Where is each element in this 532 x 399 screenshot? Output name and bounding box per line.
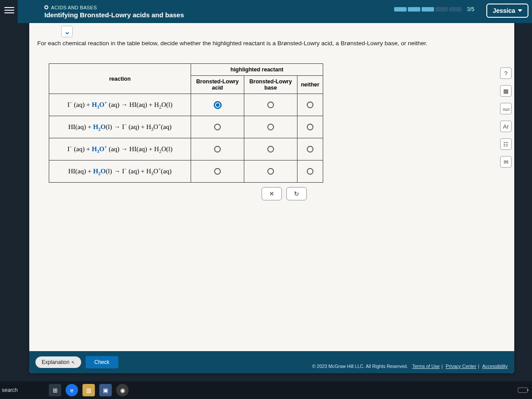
radio-acid[interactable] — [214, 101, 222, 109]
th-base: Bronsted-Lowry base — [244, 76, 297, 94]
explanation-button[interactable]: Explanation ↖ — [35, 356, 81, 368]
th-acid: Bronsted-Lowry acid — [191, 76, 244, 94]
os-taskbar: search ⊞ e ▥ ▣ ◉ — [0, 381, 532, 399]
radio-acid[interactable] — [214, 124, 221, 130]
battery-icon[interactable] — [518, 387, 528, 393]
progress-bar — [394, 7, 462, 12]
topic-dot-icon — [44, 5, 48, 9]
th-reaction: reaction — [49, 64, 191, 94]
table-row: HI(aq) + H2O(l) → I− (aq) + H3O+(aq) — [49, 160, 323, 183]
task-view-icon[interactable]: ⊞ — [49, 384, 61, 396]
chevron-down-icon — [518, 9, 522, 12]
content-card: ⌄ For each chemical reaction in the tabl… — [29, 23, 514, 373]
reaction-cell: HI(aq) + H2O(l) → I− (aq) + H3O+(aq) — [49, 160, 191, 183]
reaction-cell: I− (aq) + H3O+ (aq) → HI(aq) + H2O(l) — [49, 94, 191, 116]
chrome-icon[interactable]: ◉ — [116, 384, 129, 396]
radio-neither[interactable] — [307, 168, 313, 175]
chart-icon[interactable]: ₀₁₀ — [500, 103, 512, 114]
radio-neither[interactable] — [307, 102, 313, 108]
card-footer: Explanation ↖ Check © 2023 McGraw Hill L… — [29, 351, 514, 373]
radio-neither[interactable] — [307, 146, 313, 153]
reaction-cell: I− (aq) + H3O+ (aq) → HI(aq) + H2O(l) — [49, 138, 191, 160]
reset-button[interactable]: ↻ — [286, 187, 307, 200]
radio-acid[interactable] — [214, 146, 221, 153]
th-neither: neither — [297, 76, 323, 94]
radio-acid[interactable] — [214, 168, 221, 175]
progress-area: 3/5 — [394, 6, 474, 12]
accessibility-link[interactable]: Accessibility — [482, 364, 508, 369]
collapse-toggle[interactable]: ⌄ — [61, 26, 73, 37]
radio-base[interactable] — [267, 168, 274, 175]
app-header: ACIDS AND BASES Identifying Bronsted-Low… — [18, 0, 532, 23]
copyright-line: © 2023 McGraw Hill LLC. All Rights Reser… — [312, 364, 508, 369]
explorer-icon[interactable]: ▥ — [82, 384, 95, 396]
tool-rail: ? ▦ ₀₁₀ Ar ☷ ✉ — [500, 67, 512, 168]
reaction-table: reaction highlighted reactant Bronsted-L… — [49, 63, 323, 183]
store-icon[interactable]: ▣ — [99, 384, 112, 396]
radio-base[interactable] — [267, 124, 274, 130]
periodic-table-icon[interactable]: Ar — [500, 121, 512, 132]
cursor-icon: ↖ — [71, 360, 75, 365]
help-icon[interactable]: ? — [500, 67, 512, 79]
table-row: I− (aq) + H3O+ (aq) → HI(aq) + H2O(l) — [49, 138, 323, 160]
user-menu[interactable]: Jessica — [486, 4, 528, 18]
check-button[interactable]: Check — [86, 356, 118, 368]
radio-neither[interactable] — [307, 124, 313, 130]
reference-icon[interactable]: ☷ — [500, 138, 512, 150]
privacy-link[interactable]: Privacy Center — [446, 364, 476, 369]
user-name: Jessica — [493, 7, 515, 14]
radio-base[interactable] — [267, 102, 274, 108]
table-row: I− (aq) + H3O+ (aq) → HI(aq) + H2O(l) — [49, 94, 323, 116]
radio-base[interactable] — [267, 146, 274, 153]
copyright-text: © 2023 McGraw Hill LLC. All Rights Reser… — [312, 364, 408, 369]
progress-text: 3/5 — [467, 6, 474, 12]
calculator-icon[interactable]: ▦ — [500, 85, 512, 97]
topic-label: ACIDS AND BASES — [44, 5, 184, 10]
reaction-cell: HI(aq) + H2O(l) → I− (aq) + H3O+(aq) — [49, 116, 191, 138]
topic-text: ACIDS AND BASES — [51, 5, 97, 10]
th-highlighted: highlighted reactant — [191, 64, 323, 76]
edge-icon[interactable]: e — [66, 384, 78, 396]
prompt-text: For each chemical reaction in the table … — [29, 23, 514, 52]
page-subtitle: Identifying Bronsted-Lowry acids and bas… — [44, 11, 184, 19]
clear-button[interactable]: ✕ — [262, 187, 282, 200]
table-row: HI(aq) + H2O(l) → I− (aq) + H3O+(aq) — [49, 116, 323, 138]
explanation-label: Explanation — [42, 359, 70, 365]
terms-link[interactable]: Terms of Use — [412, 364, 440, 369]
mail-icon[interactable]: ✉ — [500, 156, 512, 168]
taskbar-search[interactable]: search — [2, 387, 18, 393]
menu-button[interactable] — [4, 4, 15, 16]
